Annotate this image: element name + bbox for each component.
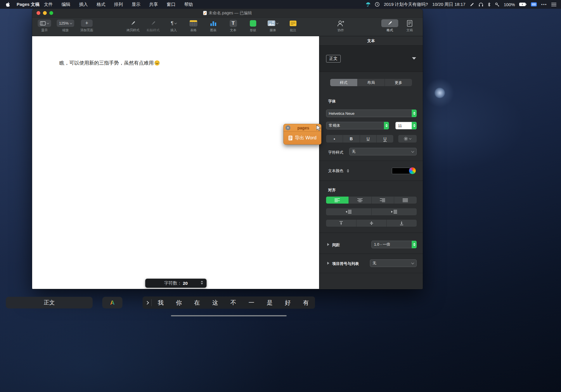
- bullets-disclosure-icon[interactable]: [327, 262, 329, 265]
- paragraph-style-disclosure-icon[interactable]: [412, 57, 416, 60]
- notification-list-icon[interactable]: [551, 3, 556, 6]
- menu-item-edit[interactable]: 编辑: [57, 2, 75, 7]
- toolbar-media-button[interactable]: 媒体: [262, 19, 283, 32]
- toolbar-chart-button[interactable]: 图表: [203, 19, 224, 32]
- menubar-clock[interactable]: 10/20 周日 18:17: [432, 2, 465, 7]
- close-icon[interactable]: ×: [285, 125, 290, 130]
- menu-item-format[interactable]: 格式: [92, 2, 110, 7]
- apple-menu-icon[interactable]: [6, 2, 10, 7]
- spacing-disclosure-icon[interactable]: [327, 243, 329, 246]
- font-family-field[interactable]: Helvetica Neue: [326, 110, 417, 117]
- toolbar-zoom-button[interactable]: 125% 缩放: [55, 19, 76, 32]
- title-bar[interactable]: 未命名.pages — 已编辑: [32, 9, 423, 18]
- text-color-swatch[interactable]: [392, 168, 410, 174]
- menu-item-insert[interactable]: 插入: [75, 2, 92, 7]
- font-size-stepper[interactable]: [412, 122, 417, 129]
- tab-layout[interactable]: 布局: [358, 79, 385, 86]
- home-indicator[interactable]: [171, 315, 287, 316]
- shadow-style-button[interactable]: •: [326, 135, 343, 143]
- menu-item-view[interactable]: 显示: [127, 2, 145, 7]
- toolbar-document-button[interactable]: 文稿: [399, 19, 420, 32]
- menu-item-file[interactable]: 文件: [39, 2, 57, 7]
- display-status-icon[interactable]: [531, 2, 537, 6]
- tab-more[interactable]: 更多: [385, 79, 412, 86]
- decrease-indent-button[interactable]: [326, 208, 372, 215]
- toolbar-collaborate-button[interactable]: 协作: [330, 19, 351, 32]
- align-top-button[interactable]: [326, 220, 356, 227]
- body-style-shortcut-button[interactable]: 正文: [6, 297, 93, 308]
- char-count-stepper[interactable]: [201, 281, 203, 285]
- color-wheel-button[interactable]: [409, 167, 416, 174]
- increase-indent-button[interactable]: [372, 208, 417, 215]
- window-title: 未命名.pages — 已编辑: [209, 11, 252, 16]
- bullets-dropdown[interactable]: 无: [370, 259, 417, 267]
- align-center-button[interactable]: [349, 197, 372, 204]
- more-status-icon[interactable]: •••: [541, 2, 547, 7]
- toolbar-shape-button[interactable]: 形状: [243, 19, 264, 32]
- battery-icon[interactable]: [519, 3, 527, 6]
- menubar-reminder-text[interactable]: 2019 计划今天有做吗?: [384, 2, 428, 7]
- typeface-stepper[interactable]: [384, 122, 389, 129]
- toolbar-insert-button[interactable]: ¶ 插入: [163, 19, 184, 32]
- font-family-stepper[interactable]: [412, 110, 417, 117]
- expand-candidates-button[interactable]: [143, 301, 151, 304]
- candidate-word[interactable]: 你: [176, 299, 182, 307]
- candidate-word[interactable]: 在: [194, 299, 200, 307]
- typeface-field[interactable]: 常规体: [326, 122, 389, 129]
- word-count-pill[interactable]: 字符数： 20: [145, 279, 207, 288]
- candidate-word[interactable]: 不: [230, 299, 236, 307]
- zoom-window-button[interactable]: [49, 11, 53, 15]
- candidate-word[interactable]: 这: [212, 299, 218, 307]
- candidate-word[interactable]: 一: [249, 299, 254, 307]
- ime-candidate-bar: 我 你 在 这 不 一 是 好 有: [143, 296, 315, 309]
- paragraph-style-chip[interactable]: 正文: [326, 55, 341, 63]
- comment-icon: [290, 20, 297, 26]
- headphones-status-icon[interactable]: [479, 2, 483, 7]
- umbrella-status-icon[interactable]: [366, 2, 370, 7]
- minimize-window-button[interactable]: [43, 11, 47, 15]
- bold-button[interactable]: B: [343, 135, 360, 143]
- spacing-dropdown[interactable]: 1.0 - 一倍: [371, 241, 417, 248]
- toolbar-table-button[interactable]: 表格: [183, 19, 204, 32]
- align-justify-button[interactable]: [394, 197, 417, 204]
- bluetooth-status-icon[interactable]: [488, 2, 491, 7]
- align-right-button[interactable]: [372, 197, 394, 204]
- input-language-button[interactable]: A: [102, 297, 122, 308]
- align-bottom-button[interactable]: [387, 220, 417, 227]
- align-left-icon: [335, 198, 340, 202]
- underline-button[interactable]: U: [360, 135, 377, 143]
- export-word-action[interactable]: 导出 Word: [284, 132, 321, 144]
- tab-style[interactable]: 样式: [330, 79, 358, 86]
- paragraph-style-section[interactable]: 正文: [319, 46, 423, 72]
- menu-item-share[interactable]: 共享: [145, 2, 162, 7]
- menu-item-help[interactable]: 帮助: [180, 2, 197, 7]
- spacing-label: 间距: [332, 242, 340, 248]
- align-left-button[interactable]: [326, 197, 349, 204]
- menu-item-window[interactable]: 窗口: [162, 2, 180, 7]
- close-window-button[interactable]: [37, 11, 40, 15]
- align-center-icon: [357, 198, 363, 202]
- candidate-word[interactable]: 是: [267, 299, 273, 307]
- toolbar-text-button[interactable]: T 文本: [223, 19, 244, 32]
- spacing-stepper[interactable]: [412, 241, 417, 248]
- candidate-word[interactable]: 有: [303, 299, 309, 307]
- document-canvas[interactable]: 瞧，可以使用新的三指手势，虽然有点难用 字符数： 20: [32, 36, 319, 289]
- align-middle-button[interactable]: [356, 220, 387, 227]
- char-style-dropdown[interactable]: 无: [349, 148, 417, 155]
- key-status-icon[interactable]: [495, 2, 499, 7]
- toolbar-view-button[interactable]: 显示: [34, 19, 55, 32]
- menu-item-arrange[interactable]: 排列: [110, 2, 127, 7]
- underline-wavy-button[interactable]: U: [377, 135, 393, 143]
- clock-status-icon[interactable]: [375, 2, 380, 7]
- toolbar-copy-style-button[interactable]: 拷贝样式: [122, 19, 143, 32]
- candidate-word[interactable]: 好: [285, 299, 291, 307]
- advanced-options-button[interactable]: [398, 135, 417, 143]
- pen-status-icon[interactable]: [470, 2, 474, 7]
- font-size-field[interactable]: 11: [395, 122, 417, 129]
- toolbar-add-page-button[interactable]: + 添加页面: [76, 19, 97, 32]
- text-color-updown-icon[interactable]: [347, 169, 349, 173]
- app-menu-title[interactable]: Pages 文稿: [17, 2, 39, 7]
- toolbar-comment-button[interactable]: 批注: [283, 19, 304, 32]
- toolbar-format-button[interactable]: 格式: [379, 19, 400, 32]
- candidate-word[interactable]: 我: [158, 299, 164, 307]
